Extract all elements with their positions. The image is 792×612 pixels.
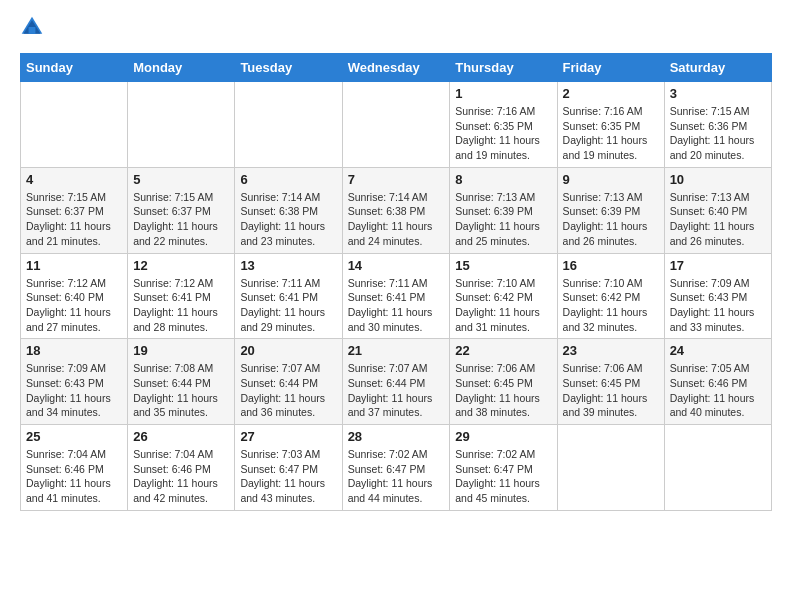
day-info: Sunrise: 7:05 AM Sunset: 6:46 PM Dayligh… [670, 361, 766, 420]
day-info: Sunrise: 7:13 AM Sunset: 6:40 PM Dayligh… [670, 190, 766, 249]
calendar-header: SundayMondayTuesdayWednesdayThursdayFrid… [21, 54, 772, 82]
day-number: 17 [670, 258, 766, 273]
day-info: Sunrise: 7:10 AM Sunset: 6:42 PM Dayligh… [563, 276, 659, 335]
day-number: 28 [348, 429, 445, 444]
day-number: 14 [348, 258, 445, 273]
day-number: 11 [26, 258, 122, 273]
day-info: Sunrise: 7:13 AM Sunset: 6:39 PM Dayligh… [563, 190, 659, 249]
day-number: 12 [133, 258, 229, 273]
day-info: Sunrise: 7:12 AM Sunset: 6:41 PM Dayligh… [133, 276, 229, 335]
calendar-cell: 29Sunrise: 7:02 AM Sunset: 6:47 PM Dayli… [450, 425, 557, 511]
calendar-cell: 14Sunrise: 7:11 AM Sunset: 6:41 PM Dayli… [342, 253, 450, 339]
day-number: 5 [133, 172, 229, 187]
calendar-cell: 6Sunrise: 7:14 AM Sunset: 6:38 PM Daylig… [235, 167, 342, 253]
day-info: Sunrise: 7:07 AM Sunset: 6:44 PM Dayligh… [348, 361, 445, 420]
day-info: Sunrise: 7:06 AM Sunset: 6:45 PM Dayligh… [563, 361, 659, 420]
day-number: 29 [455, 429, 551, 444]
week-row-3: 11Sunrise: 7:12 AM Sunset: 6:40 PM Dayli… [21, 253, 772, 339]
calendar-cell: 5Sunrise: 7:15 AM Sunset: 6:37 PM Daylig… [128, 167, 235, 253]
day-info: Sunrise: 7:02 AM Sunset: 6:47 PM Dayligh… [455, 447, 551, 506]
svg-rect-2 [29, 27, 36, 34]
day-number: 2 [563, 86, 659, 101]
calendar-cell [664, 425, 771, 511]
day-number: 4 [26, 172, 122, 187]
calendar-cell: 15Sunrise: 7:10 AM Sunset: 6:42 PM Dayli… [450, 253, 557, 339]
day-number: 24 [670, 343, 766, 358]
calendar-cell [557, 425, 664, 511]
day-info: Sunrise: 7:11 AM Sunset: 6:41 PM Dayligh… [240, 276, 336, 335]
day-info: Sunrise: 7:10 AM Sunset: 6:42 PM Dayligh… [455, 276, 551, 335]
calendar-cell: 10Sunrise: 7:13 AM Sunset: 6:40 PM Dayli… [664, 167, 771, 253]
calendar-cell: 16Sunrise: 7:10 AM Sunset: 6:42 PM Dayli… [557, 253, 664, 339]
day-number: 22 [455, 343, 551, 358]
day-header-saturday: Saturday [664, 54, 771, 82]
calendar-cell: 11Sunrise: 7:12 AM Sunset: 6:40 PM Dayli… [21, 253, 128, 339]
day-info: Sunrise: 7:07 AM Sunset: 6:44 PM Dayligh… [240, 361, 336, 420]
calendar-cell [21, 82, 128, 168]
calendar-cell: 22Sunrise: 7:06 AM Sunset: 6:45 PM Dayli… [450, 339, 557, 425]
calendar-cell [235, 82, 342, 168]
calendar-body: 1Sunrise: 7:16 AM Sunset: 6:35 PM Daylig… [21, 82, 772, 511]
calendar-cell: 23Sunrise: 7:06 AM Sunset: 6:45 PM Dayli… [557, 339, 664, 425]
calendar-cell: 24Sunrise: 7:05 AM Sunset: 6:46 PM Dayli… [664, 339, 771, 425]
calendar-cell: 28Sunrise: 7:02 AM Sunset: 6:47 PM Dayli… [342, 425, 450, 511]
day-info: Sunrise: 7:11 AM Sunset: 6:41 PM Dayligh… [348, 276, 445, 335]
day-number: 13 [240, 258, 336, 273]
calendar-cell: 7Sunrise: 7:14 AM Sunset: 6:38 PM Daylig… [342, 167, 450, 253]
day-number: 6 [240, 172, 336, 187]
calendar-cell: 18Sunrise: 7:09 AM Sunset: 6:43 PM Dayli… [21, 339, 128, 425]
day-info: Sunrise: 7:13 AM Sunset: 6:39 PM Dayligh… [455, 190, 551, 249]
day-info: Sunrise: 7:15 AM Sunset: 6:37 PM Dayligh… [26, 190, 122, 249]
day-number: 7 [348, 172, 445, 187]
day-number: 18 [26, 343, 122, 358]
day-info: Sunrise: 7:15 AM Sunset: 6:37 PM Dayligh… [133, 190, 229, 249]
day-number: 16 [563, 258, 659, 273]
day-header-monday: Monday [128, 54, 235, 82]
page-header [20, 15, 772, 43]
calendar-cell: 26Sunrise: 7:04 AM Sunset: 6:46 PM Dayli… [128, 425, 235, 511]
day-number: 9 [563, 172, 659, 187]
calendar-cell [342, 82, 450, 168]
calendar-cell: 21Sunrise: 7:07 AM Sunset: 6:44 PM Dayli… [342, 339, 450, 425]
day-header-friday: Friday [557, 54, 664, 82]
day-info: Sunrise: 7:03 AM Sunset: 6:47 PM Dayligh… [240, 447, 336, 506]
day-info: Sunrise: 7:09 AM Sunset: 6:43 PM Dayligh… [670, 276, 766, 335]
calendar-cell: 25Sunrise: 7:04 AM Sunset: 6:46 PM Dayli… [21, 425, 128, 511]
calendar-cell: 19Sunrise: 7:08 AM Sunset: 6:44 PM Dayli… [128, 339, 235, 425]
day-number: 1 [455, 86, 551, 101]
day-number: 19 [133, 343, 229, 358]
day-info: Sunrise: 7:09 AM Sunset: 6:43 PM Dayligh… [26, 361, 122, 420]
day-header-wednesday: Wednesday [342, 54, 450, 82]
calendar-cell: 3Sunrise: 7:15 AM Sunset: 6:36 PM Daylig… [664, 82, 771, 168]
calendar-cell: 9Sunrise: 7:13 AM Sunset: 6:39 PM Daylig… [557, 167, 664, 253]
day-info: Sunrise: 7:16 AM Sunset: 6:35 PM Dayligh… [455, 104, 551, 163]
day-header-thursday: Thursday [450, 54, 557, 82]
day-number: 23 [563, 343, 659, 358]
calendar-cell: 20Sunrise: 7:07 AM Sunset: 6:44 PM Dayli… [235, 339, 342, 425]
day-info: Sunrise: 7:02 AM Sunset: 6:47 PM Dayligh… [348, 447, 445, 506]
day-number: 21 [348, 343, 445, 358]
calendar-cell: 1Sunrise: 7:16 AM Sunset: 6:35 PM Daylig… [450, 82, 557, 168]
day-info: Sunrise: 7:14 AM Sunset: 6:38 PM Dayligh… [240, 190, 336, 249]
calendar-cell [128, 82, 235, 168]
day-number: 26 [133, 429, 229, 444]
calendar-cell: 17Sunrise: 7:09 AM Sunset: 6:43 PM Dayli… [664, 253, 771, 339]
day-number: 10 [670, 172, 766, 187]
calendar-table: SundayMondayTuesdayWednesdayThursdayFrid… [20, 53, 772, 511]
calendar-cell: 27Sunrise: 7:03 AM Sunset: 6:47 PM Dayli… [235, 425, 342, 511]
day-info: Sunrise: 7:16 AM Sunset: 6:35 PM Dayligh… [563, 104, 659, 163]
day-info: Sunrise: 7:12 AM Sunset: 6:40 PM Dayligh… [26, 276, 122, 335]
day-info: Sunrise: 7:04 AM Sunset: 6:46 PM Dayligh… [133, 447, 229, 506]
day-info: Sunrise: 7:08 AM Sunset: 6:44 PM Dayligh… [133, 361, 229, 420]
day-number: 25 [26, 429, 122, 444]
week-row-1: 1Sunrise: 7:16 AM Sunset: 6:35 PM Daylig… [21, 82, 772, 168]
day-number: 20 [240, 343, 336, 358]
day-number: 15 [455, 258, 551, 273]
day-info: Sunrise: 7:06 AM Sunset: 6:45 PM Dayligh… [455, 361, 551, 420]
calendar-cell: 8Sunrise: 7:13 AM Sunset: 6:39 PM Daylig… [450, 167, 557, 253]
day-info: Sunrise: 7:15 AM Sunset: 6:36 PM Dayligh… [670, 104, 766, 163]
calendar-cell: 12Sunrise: 7:12 AM Sunset: 6:41 PM Dayli… [128, 253, 235, 339]
week-row-4: 18Sunrise: 7:09 AM Sunset: 6:43 PM Dayli… [21, 339, 772, 425]
calendar-cell: 2Sunrise: 7:16 AM Sunset: 6:35 PM Daylig… [557, 82, 664, 168]
day-info: Sunrise: 7:04 AM Sunset: 6:46 PM Dayligh… [26, 447, 122, 506]
